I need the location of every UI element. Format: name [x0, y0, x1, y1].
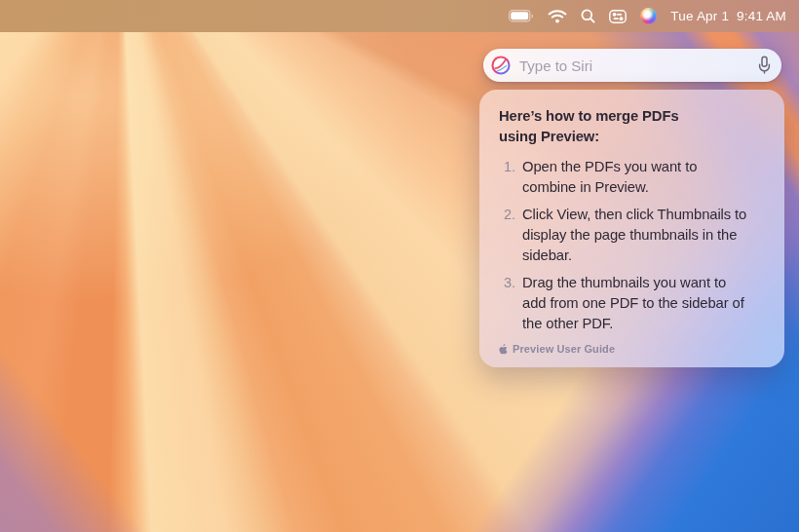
- step-number: 1.: [499, 157, 515, 198]
- list-item: 1. Open the PDFs you want to combine in …: [499, 157, 765, 198]
- siri-orb-icon: [491, 56, 511, 75]
- siri-response-card: Here’s how to merge PDFs using Preview: …: [479, 90, 784, 367]
- wifi-icon[interactable]: [548, 0, 567, 32]
- step-text: Open the PDFs you want to combine in Pre…: [522, 157, 697, 198]
- siri-input-bar[interactable]: [483, 49, 781, 82]
- source-label: Preview User Guide: [513, 343, 615, 355]
- apple-logo-icon: [499, 344, 508, 355]
- step-number: 2.: [499, 205, 515, 266]
- desktop-screen: Tue Apr 1 9:41 AM: [0, 0, 799, 532]
- control-center-icon[interactable]: [609, 0, 627, 32]
- list-item: 2. Click View, then click Thumbnails to …: [499, 205, 765, 266]
- list-item: 3. Drag the thumbnails you want to add f…: [499, 273, 765, 334]
- step-number: 3.: [499, 273, 515, 334]
- siri-text-input[interactable]: [519, 57, 748, 74]
- step-text: Drag the thumbnails you want to add from…: [522, 273, 744, 334]
- siri-icon[interactable]: [640, 0, 657, 32]
- step-text: Click View, then click Thumbnails to dis…: [522, 205, 746, 266]
- battery-icon[interactable]: [509, 0, 534, 32]
- response-title: Here’s how to merge PDFs using Preview:: [499, 106, 765, 147]
- menu-bar: Tue Apr 1 9:41 AM: [0, 0, 799, 32]
- menu-bar-clock[interactable]: Tue Apr 1 9:41 AM: [670, 9, 786, 23]
- source-link[interactable]: Preview User Guide: [499, 343, 615, 355]
- microphone-icon[interactable]: [757, 56, 772, 75]
- search-icon[interactable]: [581, 0, 595, 32]
- response-steps: 1. Open the PDFs you want to combine in …: [499, 157, 765, 334]
